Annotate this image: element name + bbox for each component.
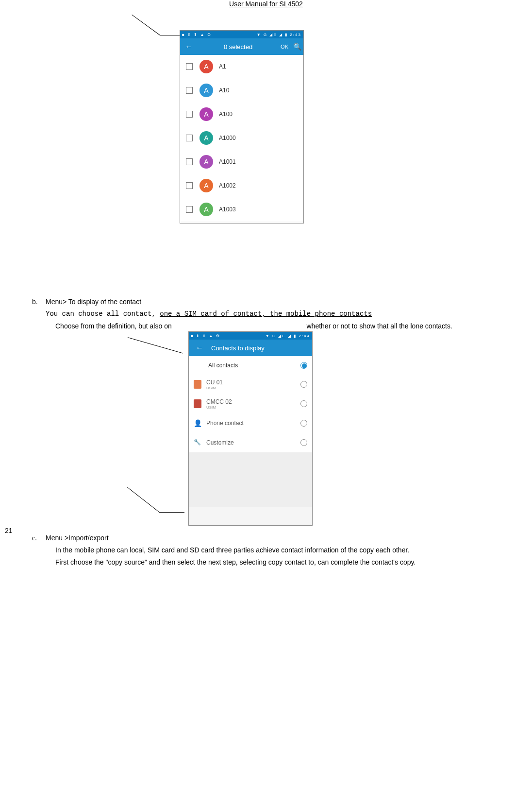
checkbox[interactable] [186, 206, 193, 213]
section-b-line1-u: one a SIM card of contact, the mobile ph… [160, 310, 372, 318]
option-label: CMCC 02USIM [206, 398, 296, 410]
section-b-line2-start: Choose from the definition, but also on [55, 322, 172, 330]
contact-name: A1000 [219, 135, 236, 141]
page-header: User Manual for SL4502 [15, 0, 517, 9]
radio[interactable] [300, 439, 307, 446]
appbar-title: Contacts to display [211, 344, 265, 352]
phone-screenshot-contacts-display: ■ ⬆ ⬆ ▲ ⚙ ▼ G ◢E ◢ ▮ 2:44 ← Contacts to … [188, 331, 313, 526]
sim-icon [194, 399, 201, 408]
section-b-heading: Menu> To display of the contact [46, 298, 141, 306]
display-option-row[interactable]: CU 01USIM [189, 375, 312, 394]
avatar: A [200, 131, 213, 145]
option-label: All contacts [208, 362, 296, 369]
list-marker-c: c. [32, 532, 46, 544]
wrench-icon: 🔧 [194, 439, 201, 446]
sim-icon [194, 380, 201, 389]
radio[interactable] [300, 381, 307, 388]
contact-row[interactable]: AA1002 [180, 174, 303, 198]
contact-name: A100 [219, 111, 233, 118]
avatar: A [200, 107, 213, 121]
back-icon[interactable]: ← [193, 343, 206, 352]
radio[interactable] [300, 400, 307, 407]
section-c-heading: Menu >Import/export [46, 534, 109, 542]
radio[interactable] [300, 420, 307, 427]
checkbox[interactable] [186, 87, 193, 94]
status-icons-left: ■ ⬆ ⬆ ▲ ⚙ [191, 334, 220, 338]
contact-row[interactable]: AA1001 [180, 150, 303, 174]
list-marker-b: b. [32, 296, 46, 308]
search-icon[interactable]: 🔍 [293, 43, 301, 51]
checkbox[interactable] [186, 63, 193, 70]
page-number: 21 [5, 527, 13, 534]
status-bar: ■ ⬆ ⬆ ▲ ⚙ ▼ G ◢E ◢ ▮ 2:44 [189, 332, 312, 340]
display-option-row[interactable]: 👤Phone contact [189, 413, 312, 433]
status-icons-left: ■ ⬆ ⬆ ▲ ⚙ [182, 33, 212, 37]
ok-button[interactable]: OK [281, 44, 289, 50]
display-option-row[interactable]: CMCC 02USIM [189, 394, 312, 413]
avatar: A [200, 203, 213, 216]
avatar: A [200, 179, 213, 192]
section-c-p1: In the mobile phone can local, SIM card … [32, 544, 517, 556]
contact-row[interactable]: AA1000 [180, 126, 303, 150]
appbar-title: 0 selected [200, 43, 277, 51]
status-icons-right: ▼ G ◢E ◢ ▮ 2:44 [266, 334, 310, 338]
contact-name: A1 [219, 63, 226, 70]
app-bar: ← 0 selected OK 🔍 [180, 38, 303, 55]
radio[interactable] [300, 362, 307, 369]
checkbox[interactable] [186, 158, 193, 165]
option-label: Phone contact [206, 420, 296, 427]
contact-row[interactable]: AA1 [180, 55, 303, 79]
contact-name: A1002 [219, 182, 236, 189]
avatar: A [200, 60, 213, 73]
leader-line-1 [132, 15, 177, 41]
display-option-row[interactable]: All contacts [189, 356, 312, 375]
back-icon[interactable]: ← [182, 42, 196, 51]
section-c-p2: First choose the "copy source" and then … [32, 556, 517, 568]
checkbox[interactable] [186, 182, 193, 189]
leader-line-2 [127, 487, 185, 516]
contact-row[interactable]: AA10 [180, 79, 303, 103]
contact-name: A1001 [219, 158, 236, 165]
contact-row[interactable]: AA100 [180, 103, 303, 126]
option-label: CU 01USIM [206, 379, 296, 390]
contact-name: A10 [219, 87, 229, 94]
status-icons-right: ▼ G ◢E ◢ ▮ 2:43 [257, 33, 301, 37]
avatar: A [200, 84, 213, 97]
phone-screenshot-contacts-select: ■ ⬆ ⬆ ▲ ⚙ ▼ G ◢E ◢ ▮ 2:43 ← 0 selected O… [180, 30, 304, 223]
section-b-line2-end: whether or not to show that all the lone… [306, 322, 452, 330]
avatar: A [200, 155, 213, 169]
checkbox[interactable] [186, 111, 193, 118]
app-bar: ← Contacts to display [189, 340, 312, 356]
option-label: Customize [206, 439, 296, 446]
checkbox[interactable] [186, 135, 193, 141]
section-b-line1: You can choose all contact, [46, 310, 160, 318]
contact-name: A1003 [219, 206, 236, 213]
display-option-row[interactable]: 🔧Customize [189, 433, 312, 452]
status-bar: ■ ⬆ ⬆ ▲ ⚙ ▼ G ◢E ◢ ▮ 2:43 [180, 31, 303, 38]
contact-row[interactable]: AA1003 [180, 198, 303, 222]
person-icon: 👤 [194, 419, 201, 427]
